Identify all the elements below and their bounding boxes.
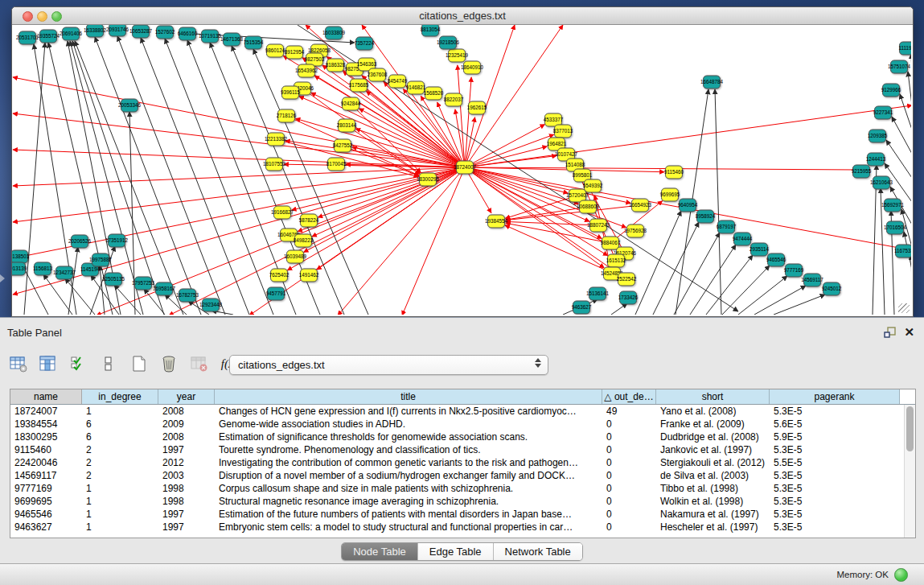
graph-edge[interactable] xyxy=(65,278,95,315)
delete-entries-icon[interactable] xyxy=(158,353,179,374)
graph-edge[interactable] xyxy=(304,167,465,252)
panel-collapse-arrow-icon[interactable] xyxy=(0,274,5,282)
table-cell[interactable]: 9777169 xyxy=(10,482,82,495)
graph-edge[interactable] xyxy=(312,167,465,237)
table-cell[interactable]: 14569117 xyxy=(10,469,82,482)
table-row[interactable]: 1830029562008Estimation of significance … xyxy=(10,431,915,443)
graph-edge[interactable] xyxy=(141,38,249,315)
row-checklist-icon[interactable] xyxy=(68,353,89,374)
column-header-name[interactable]: name xyxy=(10,389,82,404)
graph-edge[interactable] xyxy=(900,94,911,130)
graph-edge[interactable] xyxy=(774,295,825,315)
table-cell[interactable]: Tibbo et al. (1998) xyxy=(656,482,770,495)
table-cell[interactable]: 1 xyxy=(82,508,158,521)
column-header-short[interactable]: short xyxy=(656,389,770,404)
table-selector-dropdown[interactable]: citations_edges.txt xyxy=(229,355,548,375)
graph-edge[interactable] xyxy=(465,77,471,167)
graph-edge[interactable] xyxy=(465,25,515,167)
table-cell[interactable]: Jankovic et al. (1997) xyxy=(656,443,770,456)
table-cell[interactable]: Investigating the contribution of common… xyxy=(215,456,602,469)
table-cell[interactable]: Genome-wide association studies in ADHD. xyxy=(215,418,602,431)
table-cell[interactable]: Structural magnetic resonance image aver… xyxy=(215,495,602,508)
column-header-in_degree[interactable]: in_degree xyxy=(82,389,158,404)
table-cell[interactable]: 1 xyxy=(82,405,158,418)
table-cell[interactable]: 2 xyxy=(82,456,158,469)
table-cell[interactable]: 2009 xyxy=(158,418,215,431)
table-cell[interactable]: 0 xyxy=(602,418,656,431)
table-cell[interactable]: 2008 xyxy=(158,405,215,418)
tab-network-table[interactable]: Network Table xyxy=(494,543,582,560)
table-cell[interactable]: 2 xyxy=(82,469,158,482)
table-cell[interactable]: 0 xyxy=(602,431,656,443)
table-cell[interactable]: 9699695 xyxy=(10,495,82,508)
table-cell[interactable]: 5.3E-5 xyxy=(770,405,900,418)
graph-edge[interactable] xyxy=(715,89,721,315)
table-row[interactable]: 2242004622012Investigating the contribut… xyxy=(10,456,915,469)
table-cell[interactable]: 0 xyxy=(602,469,656,482)
network-window[interactable]: citations_edges.txt 18724007183002959860… xyxy=(11,6,914,317)
table-row[interactable]: 946362711997Embryonic stem cells: a mode… xyxy=(10,521,915,534)
network-canvas[interactable]: 1872400718300295986012489129541822605898… xyxy=(12,25,911,315)
graph-edge[interactable] xyxy=(506,221,598,225)
table-cell[interactable]: 5.3E-5 xyxy=(770,482,900,495)
table-cell[interactable]: 0 xyxy=(602,443,656,456)
table-cell[interactable]: 9463627 xyxy=(10,521,82,534)
close-panel-icon[interactable]: ✕ xyxy=(904,325,914,340)
table-cell[interactable]: 0 xyxy=(602,521,656,534)
table-cell[interactable]: 1 xyxy=(82,482,158,495)
table-cell[interactable]: 9115460 xyxy=(10,443,82,456)
table-cell[interactable]: 5.3E-5 xyxy=(770,508,900,521)
table-settings-icon[interactable] xyxy=(8,353,29,374)
table-cell[interactable]: 18724007 xyxy=(10,405,82,418)
table-row[interactable]: 946554611997Estimation of the future num… xyxy=(10,508,915,521)
column-header-year[interactable]: year xyxy=(158,389,215,404)
table-cell[interactable]: 1 xyxy=(82,521,158,534)
tab-edge-table[interactable]: Edge Table xyxy=(418,543,494,560)
graph-edge[interactable] xyxy=(13,77,465,167)
table-row[interactable]: 1938455462009Genome-wide association stu… xyxy=(10,418,915,431)
table-cell[interactable]: Tourette syndrome. Phenomenology and cla… xyxy=(215,443,602,456)
table-cell[interactable]: 0 xyxy=(602,482,656,495)
show-columns-icon[interactable] xyxy=(38,353,59,374)
graph-edge[interactable] xyxy=(722,266,770,315)
table-cell[interactable]: Franke et al. (2009) xyxy=(656,418,770,431)
graph-edge[interactable] xyxy=(465,105,911,167)
table-cell[interactable]: 1 xyxy=(82,495,158,508)
table-cell[interactable]: 0 xyxy=(602,508,656,521)
table-row[interactable]: 1872400712008Changes of HCN gene express… xyxy=(10,405,915,418)
table-cell[interactable]: Hescheler et al. (1997) xyxy=(656,521,770,534)
table-cell[interactable]: Estimation of significance thresholds fo… xyxy=(215,431,602,443)
graph-edge[interactable] xyxy=(43,274,72,315)
table-cell[interactable]: 1998 xyxy=(158,482,215,495)
table-cell[interactable]: 1997 xyxy=(158,443,215,456)
graph-edge[interactable] xyxy=(165,39,273,315)
table-cell[interactable]: 49 xyxy=(602,405,656,418)
table-cell[interactable]: Corpus callosum shape and size in male p… xyxy=(215,482,602,495)
table-cell[interactable]: 6 xyxy=(82,418,158,431)
graph-edge[interactable] xyxy=(738,276,787,315)
table-cell[interactable]: 1997 xyxy=(158,508,215,521)
table-cell[interactable]: 5.5E-5 xyxy=(770,456,900,469)
column-header-out_de[interactable]: △ out_de… xyxy=(602,389,656,404)
graph-edge[interactable] xyxy=(465,167,568,193)
rows-icon[interactable] xyxy=(98,353,119,374)
graph-edge[interactable] xyxy=(13,167,465,295)
graph-edge[interactable] xyxy=(690,245,736,315)
table-cell[interactable]: 2008 xyxy=(158,431,215,443)
table-cell[interactable]: Nakamura et al. (1997) xyxy=(656,508,770,521)
graph-edge[interactable] xyxy=(299,97,465,167)
graph-edge[interactable] xyxy=(754,286,806,315)
graph-edge[interactable] xyxy=(100,266,105,315)
graph-edge[interactable] xyxy=(169,167,465,315)
table-cell[interactable]: 9465546 xyxy=(10,508,82,521)
table-row[interactable]: 969969511998Structural magnetic resonanc… xyxy=(10,495,915,508)
table-cell[interactable]: Stergiakouli et al. (2012) xyxy=(656,456,770,469)
column-header-title[interactable]: title xyxy=(215,389,602,404)
table-cell[interactable]: 5.3E-5 xyxy=(770,443,900,456)
table-cell[interactable]: 18300295 xyxy=(10,431,82,443)
table-cell[interactable]: 2 xyxy=(82,443,158,456)
graph-edge[interactable] xyxy=(653,222,699,315)
column-header-pagerank[interactable]: pagerank xyxy=(770,389,900,404)
float-panel-icon[interactable] xyxy=(883,326,897,340)
table-cell[interactable]: 6 xyxy=(82,431,158,443)
